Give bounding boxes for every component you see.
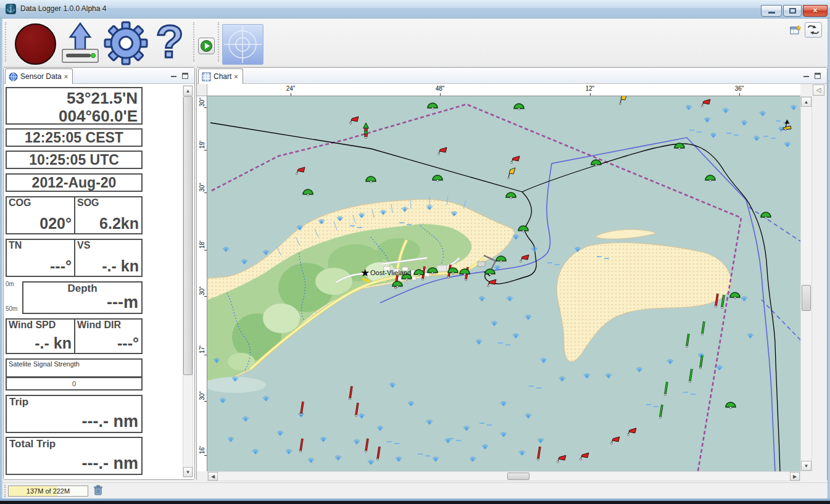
position-display: 53°21.5'N 004°60.0'E [6,87,143,125]
play-button[interactable] [198,38,215,54]
scroll-left-button[interactable]: ◀ [208,472,218,481]
ruler-tick-label: 30" [199,283,205,300]
gps-target-button[interactable] [222,24,264,65]
scroll-thumb[interactable] [507,473,529,480]
green-buoy-symbol [485,269,495,275]
open-perspective-button[interactable] [790,25,801,36]
ruler-corner [197,84,207,96]
chart-ruler-top: 24"48"12"36" [207,84,800,96]
green-buoy-symbol [414,270,424,276]
cog-value: 020° [39,215,72,233]
sog-cell: SOG 6.2kn [74,197,141,233]
green-buoy-symbol [303,189,313,196]
tab-chart[interactable]: Chart × [198,68,243,84]
window-title: Data Logger 1.0.0 Alpha 4 [20,4,106,13]
settings-button[interactable] [103,21,149,65]
sensor-scrollbar[interactable]: ▲ ▼ [183,85,193,477]
main-toolbar: ? [2,19,828,67]
status-drag-handle[interactable] [4,485,6,497]
sensor-tab-label: Sensor Data [20,72,62,81]
toolbar-separator [218,22,219,62]
tn-value: ---° [50,257,72,275]
scroll-down-button[interactable]: ▼ [801,461,811,471]
ruler-tick-label: 30" [199,96,205,111]
town-label: Oost-Vlieland [370,269,411,276]
chart-panel-minmax[interactable] [802,72,823,80]
switch-perspective-button[interactable] [805,22,822,38]
green-buoy-symbol [514,104,524,110]
panel-minimize-icon[interactable] [803,76,809,78]
scroll-thumb[interactable] [802,285,811,311]
app-window: ⚓ Data Logger 1.0.0 Alpha 4 × [0,0,830,504]
chart-vertical-scrollbar[interactable]: ▲ ▼ [800,96,812,471]
garbage-collect-button[interactable] [93,485,106,497]
vs-value: -.- kn [102,257,139,275]
ruler-tick-label: 16' [199,442,205,459]
sensor-tab-close-icon[interactable]: × [64,73,68,80]
cog-cell: COG 020° [7,197,74,233]
total-trip-value: ---.- nm [82,454,138,473]
globe-icon [9,72,18,81]
taskbar-sliver [0,501,830,504]
panel-maximize-icon[interactable] [182,73,188,79]
green-buoy-symbol [591,160,601,166]
green-buoy-symbol [496,256,506,262]
green-buoy-symbol [726,402,736,408]
trip-label: Trip [9,396,28,408]
green-buoy-symbol [705,175,715,181]
green-buoy-symbol [392,281,402,287]
upload-button[interactable] [59,22,102,64]
title-bar[interactable]: ⚓ Data Logger 1.0.0 Alpha 4 × [0,0,830,19]
perspective-bar [790,22,826,38]
scroll-thumb[interactable] [183,96,193,375]
ruler-collapse-button[interactable]: ◁ [813,85,824,96]
wind-display: Wind SPD -.- kn Wind DIR ---° [6,318,143,354]
sensor-panel-minmax[interactable] [170,72,191,80]
green-buoy-symbol [448,268,458,274]
panel-maximize-icon[interactable] [815,73,821,79]
chart-tab-label: Chart [214,72,231,81]
chart-map-icon [202,72,211,81]
nautical-chart-canvas[interactable]: ★ Oost-Vlieland [207,96,800,471]
app-anchor-icon: ⚓ [6,4,16,14]
wind-spd-cell: Wind SPD -.- kn [7,320,74,353]
vs-cell: VS -.- kn [74,240,141,276]
date-display: 2012-Aug-20 [6,173,143,192]
sensor-content: 53°21.5'N 004°60.0'E 12:25:05 CEST 10:25… [4,85,194,479]
cog-label: COG [9,197,31,209]
green-buoy-symbol [730,292,740,299]
tn-label: TN [9,240,22,251]
maximize-button[interactable] [783,5,802,17]
chart-tab-close-icon[interactable]: × [234,73,238,80]
wind-spd-label: Wind SPD [9,320,56,331]
depth-display: Depth ---m [22,281,143,314]
close-button[interactable]: × [803,5,828,17]
total-trip-label: Total Trip [9,438,56,450]
chart-ruler-left: 30"19'30"18'30"17'30"16' [197,96,207,471]
scroll-down-button[interactable]: ▼ [183,467,193,477]
ruler-tick-label: 36" [735,85,744,92]
record-button[interactable] [15,23,56,65]
toolbar-separator [5,22,6,62]
gear-icon [103,21,149,65]
trip-display: Trip ---.- nm [6,395,143,433]
wind-spd-value: -.- kn [35,334,72,352]
heap-status[interactable]: 137M of 222M [8,485,88,497]
sog-label: SOG [77,197,99,209]
satellite-strength-label: Satelite Signal Strength [9,360,80,368]
vessel-town-star-icon: ★ [360,267,370,279]
scroll-right-button[interactable]: ▶ [790,472,800,481]
panel-minimize-icon[interactable] [171,76,176,78]
tab-sensor-data[interactable]: Sensor Data × [5,68,73,84]
radar-target-icon [223,25,263,64]
chart-svg: ★ Oost-Vlieland [207,96,800,471]
latitude-value: 53°21.5'N [7,89,138,107]
minimize-button[interactable] [761,5,782,17]
close-icon: × [803,6,827,16]
green-buoy-symbol [674,143,684,149]
vs-label: VS [77,240,90,251]
help-button[interactable]: ? [151,19,189,65]
chart-horizontal-scrollbar[interactable]: ◀ ▶ [207,471,800,481]
scroll-up-button[interactable]: ▲ [183,86,193,96]
scroll-up-button[interactable]: ▲ [801,97,811,107]
